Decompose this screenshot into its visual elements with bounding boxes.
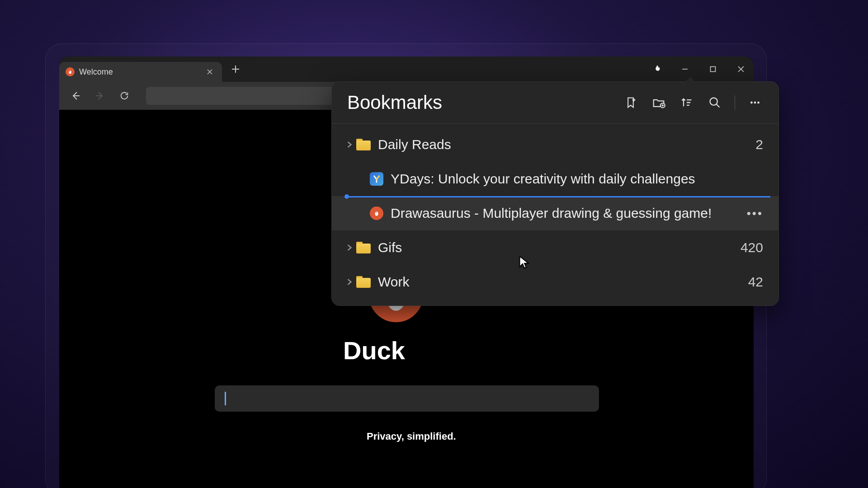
close-tab-button[interactable] (205, 67, 215, 77)
folder-icon (356, 242, 371, 253)
separator (735, 95, 735, 110)
svg-point-13 (757, 102, 760, 104)
add-bookmark-button[interactable] (623, 94, 639, 111)
bookmarks-popover: Bookmarks (331, 81, 779, 306)
maximize-button[interactable] (707, 63, 719, 75)
ydays-favicon-icon (370, 172, 383, 186)
popover-header: Bookmarks (332, 82, 778, 124)
search-bookmarks-button[interactable] (707, 94, 723, 111)
svg-point-10 (710, 98, 717, 105)
drop-indicator (347, 196, 770, 197)
bookmarks-list: Daily Reads 2 YDays: Unlock your creativ… (332, 124, 778, 305)
folder-count: 2 (755, 137, 763, 152)
bookmark-ydays[interactable]: YDays: Unlock your creativity with daily… (332, 162, 778, 196)
fire-icon[interactable] (651, 63, 663, 75)
svg-point-16 (376, 212, 377, 213)
new-tab-button[interactable] (226, 60, 245, 78)
tagline-text: Privacy, simplified. (367, 431, 456, 442)
bookmark-label: Drawasaurus - Multiplayer drawing & gues… (391, 206, 743, 221)
svg-point-2 (69, 71, 70, 72)
drawasaurus-favicon-icon (370, 206, 383, 220)
tab-title: Welcome (79, 67, 200, 77)
bookmark-more-icon[interactable]: ••• (747, 206, 763, 221)
folder-label: Daily Reads (378, 137, 755, 152)
popover-arrow-icon (685, 77, 696, 82)
folder-gifs[interactable]: Gifs 420 (332, 230, 778, 265)
folder-count: 420 (741, 240, 763, 255)
folder-icon (356, 139, 371, 150)
duckduckgo-favicon-icon (66, 67, 75, 76)
brand-name: Duck (343, 336, 406, 365)
text-caret (225, 392, 226, 405)
folder-daily-reads[interactable]: Daily Reads 2 (332, 127, 778, 162)
window-controls (651, 56, 747, 82)
popover-actions (623, 94, 763, 111)
svg-point-15 (375, 211, 378, 216)
folder-label: Gifs (378, 240, 741, 255)
bookmark-label: YDays: Unlock your creativity with daily… (391, 171, 763, 187)
more-options-button[interactable] (747, 94, 763, 111)
back-button[interactable] (67, 88, 84, 104)
minimize-button[interactable] (679, 63, 691, 75)
popover-title: Bookmarks (347, 92, 623, 113)
chevron-right-icon (343, 244, 356, 251)
forward-button[interactable] (92, 88, 108, 104)
bookmark-drawasaurus[interactable]: Drawasaurus - Multiplayer drawing & gues… (332, 196, 778, 230)
bookmarks-panel: Bookmarks (331, 81, 779, 306)
chevron-right-icon (343, 141, 356, 148)
folder-work[interactable]: Work 42 (332, 265, 778, 299)
sort-button[interactable] (679, 94, 695, 111)
folder-count: 42 (748, 274, 763, 290)
svg-rect-3 (711, 67, 716, 72)
reload-button[interactable] (116, 88, 132, 104)
folder-icon (356, 276, 371, 288)
add-folder-button[interactable] (651, 94, 667, 111)
tab-strip: Welcome (59, 56, 754, 82)
svg-point-12 (754, 102, 756, 104)
tab-welcome[interactable]: Welcome (59, 62, 222, 82)
chevron-right-icon (343, 279, 356, 285)
close-window-button[interactable] (735, 63, 747, 75)
search-input[interactable] (215, 385, 599, 412)
svg-point-1 (69, 70, 71, 74)
folder-label: Work (378, 274, 748, 290)
svg-point-11 (750, 102, 753, 104)
